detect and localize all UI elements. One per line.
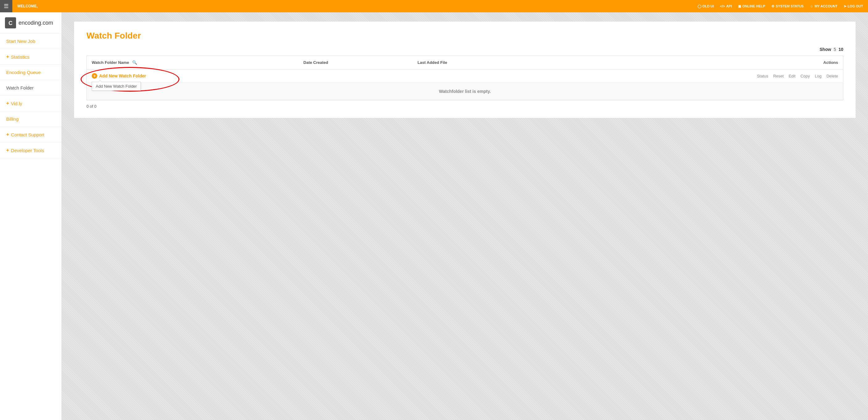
action-copy[interactable]: Copy: [800, 74, 810, 78]
col-last-file: Last Added File: [412, 56, 543, 69]
add-new-tooltip: Add New Watch Folder: [92, 82, 141, 91]
logout-icon: ➤: [844, 4, 846, 8]
search-icon[interactable]: 🔍: [132, 60, 137, 65]
encoding-logo-svg: C: [6, 19, 15, 27]
col-name: Watch Folder Name 🔍: [87, 56, 299, 69]
sidebar-item-developer-tools[interactable]: + Developer Tools: [0, 142, 61, 158]
settings-icon: ⚙: [771, 4, 774, 8]
plus-icon-statistics: +: [6, 54, 9, 60]
main-content: Watch Folder Show 5 10 Watch Folder Name…: [62, 12, 868, 420]
welcome-text: WELCOME,: [17, 4, 698, 8]
logo: C encoding.com: [0, 12, 61, 34]
sidebar-item-statistics[interactable]: + Statistics: [0, 49, 61, 65]
system-status-link[interactable]: ⚙ SYSTEM STATUS: [771, 4, 804, 8]
plus-icon-vidly: +: [6, 101, 9, 106]
add-new-row: + Add New Watch Folder Add New Watch Fol…: [87, 69, 843, 83]
clock-icon: ◯: [698, 4, 701, 8]
action-log[interactable]: Log: [815, 74, 822, 78]
sidebar-nav: Start New Job + Statistics Encoding Queu…: [0, 34, 61, 414]
empty-state-row: Watchfolder list is empty.: [87, 83, 843, 100]
show-5-button[interactable]: 5: [834, 47, 836, 52]
action-reset[interactable]: Reset: [773, 74, 784, 78]
action-edit[interactable]: Edit: [788, 74, 796, 78]
col-date: Date Created: [299, 56, 412, 69]
my-account-link[interactable]: ☺ MY ACCOUNT: [810, 4, 837, 8]
pagination-info: 0 of 0: [87, 104, 843, 109]
add-new-actions-cell: Status Reset Edit Copy Log Delete: [543, 69, 843, 83]
sidebar: C encoding.com Start New Job + Statistic…: [0, 12, 62, 420]
sidebar-item-encoding-queue[interactable]: Encoding Queue: [0, 65, 61, 80]
api-link[interactable]: </> API: [720, 4, 732, 8]
sidebar-item-watch-folder[interactable]: Watch Folder: [0, 80, 61, 96]
add-new-date-cell: [299, 69, 412, 83]
empty-message: Watchfolder list is empty.: [87, 83, 843, 100]
action-status[interactable]: Status: [757, 74, 768, 78]
page-title: Watch Folder: [87, 31, 843, 41]
sidebar-item-billing[interactable]: Billing: [0, 111, 61, 127]
sidebar-item-start-new-job[interactable]: Start New Job: [0, 34, 61, 49]
show-controls: Show 5 10: [87, 47, 843, 52]
watch-folder-table: Watch Folder Name 🔍 Date Created Last Ad…: [87, 56, 843, 100]
show-10-button[interactable]: 10: [838, 47, 843, 52]
show-label: Show: [819, 47, 831, 52]
social-links: f t in: [0, 414, 61, 420]
page-container: Watch Folder Show 5 10 Watch Folder Name…: [74, 22, 856, 118]
logo-icon: C: [5, 17, 16, 28]
old-ui-link[interactable]: ◯ OLD UI: [698, 4, 714, 8]
action-delete[interactable]: Delete: [826, 74, 838, 78]
monitor-icon: ▣: [738, 4, 741, 8]
online-help-link[interactable]: ▣ ONLINE HELP: [738, 4, 765, 8]
col-actions: Actions: [543, 56, 843, 69]
plus-icon-dev: +: [6, 148, 9, 153]
add-new-watch-folder-button[interactable]: + Add New Watch Folder: [92, 73, 146, 79]
add-new-cell: + Add New Watch Folder Add New Watch Fol…: [87, 69, 299, 83]
add-new-last-file-cell: [412, 69, 543, 83]
action-links: Status Reset Edit Copy Log Delete: [548, 74, 838, 78]
logout-link[interactable]: ➤ LOG OUT: [844, 4, 863, 8]
sidebar-item-vidly[interactable]: + Vid.ly: [0, 96, 61, 111]
add-new-tooltip-container: + Add New Watch Folder Add New Watch Fol…: [92, 73, 146, 79]
user-icon: ☺: [810, 4, 813, 8]
plus-circle-icon: +: [92, 73, 97, 79]
plus-icon-support: +: [6, 132, 9, 137]
logo-text: encoding.com: [19, 20, 53, 26]
code-icon: </>: [720, 4, 725, 8]
sidebar-item-contact-support[interactable]: + Contact Support: [0, 127, 61, 142]
svg-text:C: C: [9, 20, 13, 26]
menu-toggle[interactable]: ☰: [0, 0, 12, 12]
top-nav: ◯ OLD UI </> API ▣ ONLINE HELP ⚙ SYSTEM …: [698, 4, 863, 8]
